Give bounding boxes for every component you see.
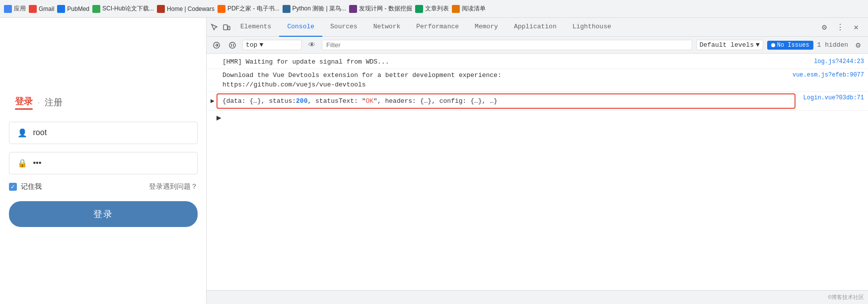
tab-memory[interactable]: Memory	[467, 18, 506, 37]
login-tabs: 登录 · 注册	[15, 95, 63, 110]
tab-pdf-favicon	[217, 5, 225, 13]
console-line-vue: Download the Vue Devtools extension for …	[207, 69, 868, 92]
login-panel: 登录 · 注册 👤 🔒 ✓ 记住我 登录遇到问题？	[0, 18, 206, 304]
svg-rect-1	[228, 26, 230, 30]
tab-elements[interactable]: Elements	[232, 18, 279, 37]
tab-application[interactable]: Application	[506, 18, 565, 37]
tab-gmail-favicon	[29, 5, 37, 13]
tab-pubmed[interactable]: PubMed	[57, 5, 89, 13]
tab-pdf-label: PDF之家 - 电子书...	[227, 4, 280, 13]
tab-articles-favicon	[415, 5, 423, 13]
blue-dot	[771, 43, 775, 47]
forgot-link[interactable]: 登录遇到问题？	[149, 182, 198, 191]
tab-codewars[interactable]: Home | Codewars	[157, 5, 215, 13]
console-toolbar: top ▼ 👁 Default levels ▼ No Issues 1 hid…	[207, 37, 868, 54]
tab-data-favicon	[349, 5, 357, 13]
tab-data-mining[interactable]: 发现计网 - 数据挖掘	[349, 4, 412, 13]
default-levels-arrow: ▼	[756, 41, 760, 49]
context-value: top	[246, 41, 257, 49]
devtools-top-icons: ⚙ ⋮ ✕	[818, 21, 866, 33]
response-box: {data: {…}, status: 200, statusText: "OK…	[217, 93, 796, 109]
tab-scihub-favicon	[92, 5, 100, 13]
browser-topbar: 应用 Gmail PubMed SCI-Hub论文下载... Home | Co…	[0, 0, 868, 18]
tab-codewars-favicon	[157, 5, 165, 13]
devtools-tabs-toolbar: Elements Console Sources Network Perform…	[207, 18, 868, 37]
pause-btn[interactable]	[226, 39, 238, 51]
tab-pdf[interactable]: PDF之家 - 电子书...	[217, 4, 280, 13]
tab-console[interactable]: Console	[279, 18, 322, 37]
password-input-group: 🔒	[9, 152, 198, 174]
svg-point-3	[229, 42, 235, 48]
hmr-link[interactable]: log.js?4244:23	[814, 57, 864, 66]
response-text-after: ", headers: {…}, config: {…}, …}	[373, 96, 498, 106]
svg-rect-0	[223, 25, 227, 30]
no-issues-text: No Issues	[777, 42, 809, 49]
remember-label: 记住我	[21, 182, 42, 191]
user-icon: 👤	[17, 128, 27, 138]
tab-sources[interactable]: Sources	[322, 18, 365, 37]
tab-articles[interactable]: 文章列表	[415, 4, 449, 13]
login-form: 👤 🔒 ✓ 记住我 登录遇到问题？ 登录	[9, 122, 198, 227]
vue-devtools-message: Download the Vue Devtools extension for …	[222, 71, 785, 90]
default-levels-label: Default levels	[700, 41, 754, 49]
settings-btn[interactable]: ⚙	[818, 21, 830, 33]
tab-apps-favicon	[4, 5, 12, 13]
tab-gmail-label: Gmail	[39, 5, 54, 12]
lock-icon: 🔒	[17, 158, 27, 168]
device-toolbar-btn[interactable]	[220, 21, 232, 33]
tab-scihub-label: SCI-Hub论文下载...	[102, 4, 154, 13]
show-messages-btn[interactable]: 👁	[306, 39, 318, 51]
default-levels-selector[interactable]: Default levels ▼	[696, 40, 763, 50]
tab-apps[interactable]: 应用	[4, 4, 26, 13]
tab-readlist[interactable]: 阅读清单	[452, 4, 486, 13]
expand-response-btn[interactable]: ▶	[211, 96, 215, 106]
console-filter-input[interactable]	[322, 40, 692, 50]
response-text-before: {data: {…}, status:	[222, 96, 296, 106]
tab-register[interactable]: 注册	[45, 96, 63, 108]
context-selector[interactable]: top ▼	[242, 40, 302, 50]
response-text-middle: , statusText: "	[307, 96, 365, 106]
more-options-btn[interactable]: ⋮	[834, 21, 846, 33]
console-output: [HMR] Waiting for update signal from WDS…	[207, 54, 868, 290]
password-field[interactable]	[33, 158, 189, 167]
tab-python[interactable]: Python 测验 | 菜鸟...	[283, 4, 346, 13]
console-settings-btn[interactable]: ⚙	[852, 39, 864, 51]
hidden-count: 1 hidden	[817, 41, 848, 49]
status-text: OK	[366, 96, 374, 106]
devtools-bottom-bar: ©博客技术社区	[207, 290, 868, 304]
response-link[interactable]: Login.vue?03db:71	[803, 93, 864, 102]
tab-login[interactable]: 登录	[15, 95, 33, 110]
tab-gmail[interactable]: Gmail	[29, 5, 54, 13]
close-devtools-btn[interactable]: ✕	[850, 21, 862, 33]
tab-articles-label: 文章列表	[425, 4, 449, 13]
hmr-message: [HMR] Waiting for update signal from WDS…	[222, 57, 806, 67]
vue-devtools-link[interactable]: vue.esm.js?efeb:9077	[793, 71, 864, 90]
tab-performance[interactable]: Performance	[408, 18, 467, 37]
tab-dot: ·	[38, 98, 40, 106]
remember-me-group: ✓ 记住我	[9, 182, 42, 191]
login-options: ✓ 记住我 登录遇到问题？	[9, 182, 198, 191]
tab-data-label: 发现计网 - 数据挖掘	[359, 4, 412, 13]
tab-python-favicon	[283, 5, 290, 13]
tab-python-label: Python 测验 | 菜鸟...	[292, 4, 346, 13]
tab-network[interactable]: Network	[365, 18, 409, 37]
clear-console-btn[interactable]	[211, 39, 222, 51]
tab-lighthouse[interactable]: Lighthouse	[565, 18, 619, 37]
tab-pubmed-favicon	[57, 5, 65, 13]
devtools-tab-list: Elements Console Sources Network Perform…	[232, 18, 619, 37]
console-line-hmr: [HMR] Waiting for update signal from WDS…	[207, 56, 868, 69]
no-issues-badge[interactable]: No Issues	[767, 41, 813, 50]
tab-scihub[interactable]: SCI-Hub论文下载...	[92, 4, 154, 13]
tab-apps-label: 应用	[14, 4, 26, 13]
console-prompt: ▶	[217, 113, 221, 123]
username-field[interactable]	[33, 128, 189, 137]
tab-readlist-label: 阅读清单	[462, 4, 486, 13]
login-button[interactable]: 登录	[9, 201, 198, 227]
console-line-response: ▶ {data: {…}, status: 200, statusText: "…	[207, 92, 868, 111]
status-code: 200	[296, 96, 307, 106]
console-cursor-line: ▶	[207, 111, 868, 125]
username-input-group: 👤	[9, 122, 198, 144]
inspect-element-btn[interactable]	[209, 21, 220, 33]
main-content: 登录 · 注册 👤 🔒 ✓ 记住我 登录遇到问题？	[0, 18, 868, 304]
remember-checkbox[interactable]: ✓	[9, 183, 17, 191]
